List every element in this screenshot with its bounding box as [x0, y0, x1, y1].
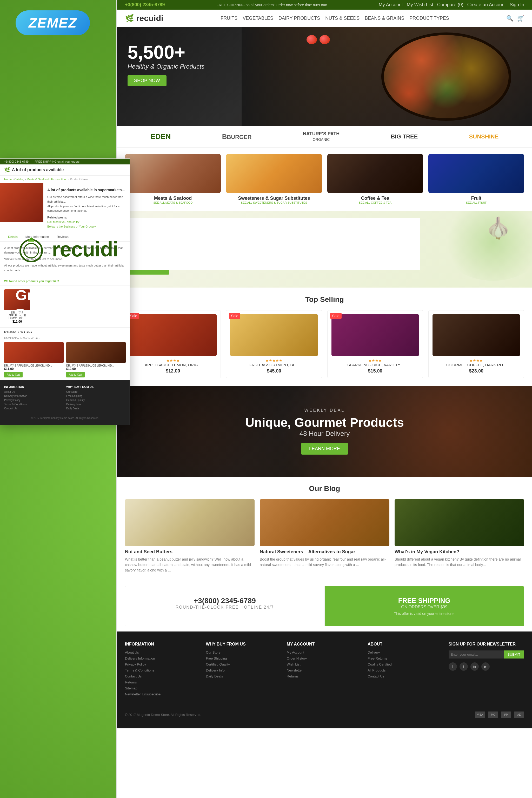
- shipping-box: FREE SHIPPING ON ORDERS OVER $99 This of…: [325, 586, 524, 626]
- category-sweets-title: Sweeteners & Sugar Substitutes: [226, 196, 322, 201]
- inner-footer-link-6[interactable]: Our Store: [66, 391, 126, 393]
- inner-footer-link-8[interactable]: Certified Quality: [66, 399, 126, 402]
- footer-col-account: MY ACCOUNT My Account Order History Wish…: [287, 642, 362, 698]
- hero-cta-button[interactable]: SHOP NOW: [128, 75, 167, 86]
- footer-info-link-6[interactable]: Returns: [125, 680, 201, 684]
- weekly-deal-cta[interactable]: LEARN MORE: [301, 443, 348, 455]
- cart-icon[interactable]: 🛒: [517, 15, 524, 22]
- blog-title-1: Nut and Seed Butters: [125, 549, 254, 555]
- category-fruit-link[interactable]: SEE ALL FRUIT: [429, 201, 524, 204]
- related-product-img-2: [66, 342, 126, 363]
- breadcrumb-frozen[interactable]: Frozen Food: [51, 178, 67, 181]
- product-img-1: [129, 314, 217, 356]
- nav-dairy[interactable]: DAIRY PRODUCTS: [279, 16, 320, 21]
- search-icon[interactable]: 🔍: [506, 15, 513, 22]
- inner-post-link-2[interactable]: Below is the Business of Your Grocery: [47, 225, 96, 228]
- related-product-name-2: DR. JAY'S APPLESAUCE LEMON, KID...: [66, 364, 126, 367]
- blog-img-2: [260, 499, 390, 546]
- newsletter-submit[interactable]: SUBMIT: [504, 650, 524, 659]
- inner-footer-link-4[interactable]: Terms & Conditions: [4, 403, 64, 406]
- product-name-1: APPLESAUCE LEMON, ORIG...: [129, 363, 217, 367]
- inner-related-posts: Related posts: Deli Meats you should try…: [47, 215, 126, 229]
- nav-fruits[interactable]: FRUITS: [221, 16, 238, 21]
- category-sweets-link[interactable]: SEE ALL SWEETENERS & SUGAR SUBSTITUTES: [226, 201, 322, 204]
- hero-food-background: [242, 27, 532, 126]
- top-bar-compare[interactable]: Compare (0): [437, 2, 463, 7]
- inner-post-link-1[interactable]: Deli Meats you should try: [47, 220, 79, 223]
- category-coffee-link[interactable]: SEE ALL COFFEE & TEA: [327, 201, 423, 204]
- nav-beans[interactable]: BEANS & GRAINS: [365, 16, 404, 21]
- footer-about-link-2[interactable]: Free Returns: [367, 657, 443, 660]
- breadcrumb-meats[interactable]: Meats & Seafood: [27, 178, 49, 181]
- product-img-4: [433, 314, 520, 356]
- inner-phone: +3(800) 2345-6789: [4, 160, 28, 163]
- footer-info-link-8[interactable]: Newsletter Unsubscribe: [125, 692, 201, 696]
- footer-why-link-5[interactable]: Daily Deals: [206, 674, 281, 678]
- footer-info-link-4[interactable]: Terms & Conditions: [125, 668, 201, 672]
- footer-account-link-4[interactable]: Newsletter: [287, 668, 362, 672]
- inner-footer-link-7[interactable]: Free Shipping: [66, 395, 126, 397]
- footer-about-link-4[interactable]: All Products: [367, 668, 443, 672]
- top-bar-wishlist[interactable]: My Wish List: [407, 2, 433, 7]
- brand-organics: NATURE'S PATHORGANIC: [303, 131, 340, 142]
- breadcrumb-home[interactable]: Home: [4, 178, 12, 181]
- footer-about-link-1[interactable]: Delivery: [367, 650, 443, 654]
- nav-vegetables[interactable]: VEGETABLES: [243, 16, 273, 21]
- category-meats-link[interactable]: SEE ALL MEATS & SEAFOOD: [125, 201, 221, 204]
- inner-footer-cols: INFORMATION About Us Delivery Informatio…: [4, 385, 126, 411]
- footer-account-link-5[interactable]: Returns: [287, 674, 362, 678]
- top-bar-account[interactable]: My Account: [379, 2, 403, 7]
- breadcrumb-product: Product Name: [70, 178, 88, 181]
- footer-about-link-3[interactable]: Quality Certified: [367, 662, 443, 666]
- footer-info-link-5[interactable]: Contact Us: [125, 674, 201, 678]
- brand-burger: BBURGER: [222, 133, 252, 141]
- inner-footer-link-9[interactable]: Delivery Info: [66, 403, 126, 406]
- social-facebook-icon[interactable]: f: [449, 662, 457, 671]
- product-card-1: Sale ★★★★ APPLESAUCE LEMON, ORIG... $12.…: [125, 310, 221, 378]
- zemez-label: ZEMEZ: [28, 15, 77, 31]
- footer-why-link-1[interactable]: Our Store: [206, 650, 281, 654]
- top-bar-create[interactable]: Create an Account: [467, 2, 506, 7]
- footer-why-link-4[interactable]: Delivery Info: [206, 668, 281, 672]
- related-add-to-cart-1[interactable]: Add to Cart: [4, 372, 23, 377]
- product-card-2: Sale ★★★★★ FRUIT ASSORTMENT, BE... $45.0…: [226, 310, 322, 378]
- footer-why-link-3[interactable]: Certified Quality: [206, 662, 281, 666]
- footer-account-link-3[interactable]: Wish List: [287, 662, 362, 666]
- inner-footer-link-5[interactable]: Contact Us: [4, 407, 64, 410]
- inner-header: 🌿 A lot of products available: [0, 165, 130, 176]
- brand-sunshine: SUNSHINE: [469, 133, 499, 140]
- footer-info-link-3[interactable]: Privacy Policy: [125, 662, 201, 666]
- inner-footer-link-2[interactable]: Delivery Information: [4, 395, 64, 397]
- nav-nuts[interactable]: NUTS & SEEDS: [325, 16, 360, 21]
- inner-footer-title-2: WHY BUY FROM US: [66, 385, 126, 388]
- breadcrumb-catalog[interactable]: Catalog: [14, 178, 24, 181]
- footer-account-link-2[interactable]: Order History: [287, 657, 362, 660]
- inner-desc-text-2: All products you can find in our latest …: [47, 204, 126, 213]
- footer-info-link-7[interactable]: Sitemap: [125, 686, 201, 690]
- related-add-to-cart-2[interactable]: Add to Cart: [66, 372, 85, 377]
- categories-section: Meats & Seafood SEE ALL MEATS & SEAFOOD …: [117, 148, 532, 211]
- footer-info-link-2[interactable]: Delivery Information: [125, 657, 201, 660]
- store-header: 🌿 recuidi FRUITS VEGETABLES DAIRY PRODUC…: [117, 10, 532, 27]
- product-name-4: GOURMET COFFEE, DARK RO...: [433, 363, 520, 367]
- newsletter-input[interactable]: [449, 650, 504, 659]
- social-linkedin-icon[interactable]: in: [471, 662, 479, 671]
- footer-social-links: f t in ▶: [449, 662, 524, 671]
- blog-title: Our Blog: [125, 484, 524, 493]
- weekly-deal-heading: Unique, Gourmet Products: [245, 415, 404, 430]
- product-stars-4: ★★★★: [433, 359, 520, 363]
- footer-account-link-1[interactable]: My Account: [287, 650, 362, 654]
- footer-why-link-2[interactable]: Free Shipping: [206, 657, 281, 660]
- footer-about-link-5[interactable]: Contact Us: [367, 674, 443, 678]
- inner-footer-link-1[interactable]: About Us: [4, 391, 64, 393]
- product-badge-3: Sale: [330, 313, 342, 319]
- nav-types[interactable]: PRODUCT TYPES: [410, 16, 449, 21]
- social-twitter-icon[interactable]: t: [459, 662, 468, 671]
- social-youtube-icon[interactable]: ▶: [481, 662, 490, 671]
- footer-col-about: ABOUT Delivery Free Returns Quality Cert…: [367, 642, 443, 698]
- inner-footer-link-3[interactable]: Privacy Policy: [4, 399, 64, 402]
- footer-info-link-1[interactable]: About Us: [125, 650, 201, 654]
- top-bar-signin[interactable]: Sign In: [510, 2, 524, 7]
- inner-desc-heading: A lot of products available in supermark…: [47, 187, 126, 193]
- inner-footer-link-10[interactable]: Daily Deals: [66, 407, 126, 410]
